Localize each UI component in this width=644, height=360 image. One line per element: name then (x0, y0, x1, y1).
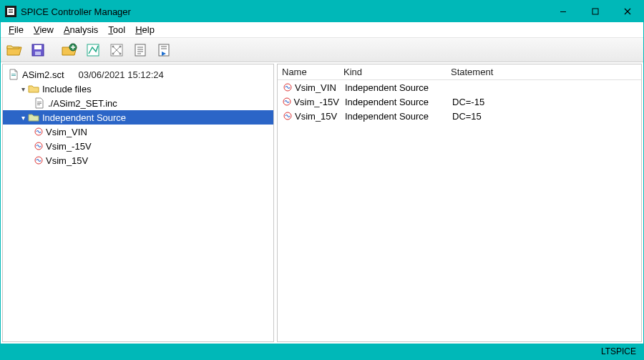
tree-root-label: ASim2.sct (22, 69, 64, 80)
tree-root-timestamp: 03/06/2021 15:12:24 (79, 69, 164, 80)
list-row[interactable]: Vsim_15V Independent Source DC=15 (278, 109, 641, 123)
minimize-button[interactable] (547, 1, 579, 22)
tree-item-label: Vsim_15V (46, 155, 88, 166)
tree-include-label: Include files (42, 84, 92, 94)
cell-statement: DC=15 (449, 111, 641, 122)
tree-source-item[interactable]: Vsim_VIN (3, 125, 273, 139)
cell-name: Vsim_VIN (295, 82, 336, 93)
svg-rect-4 (560, 11, 566, 12)
svg-rect-5 (592, 9, 598, 14)
menu-file[interactable]: File (4, 23, 29, 37)
svg-rect-10 (35, 52, 41, 55)
svg-rect-9 (34, 45, 42, 49)
menu-tool[interactable]: Tool (103, 23, 130, 37)
tree-include-item[interactable]: ./ASim2_SET.inc (3, 96, 273, 110)
tree-source-item[interactable]: Vsim_15V (3, 153, 273, 167)
tree-root[interactable]: ASim2.sct 03/06/2021 15:12:24 (3, 67, 273, 82)
menubar: File View Analysis Tool Help (1, 22, 643, 38)
tree-independent-source[interactable]: ▾ Independent Source (3, 110, 273, 125)
svg-rect-1 (9, 9, 13, 10)
svg-rect-29 (11, 75, 16, 76)
import-button[interactable] (59, 40, 80, 60)
svg-rect-30 (37, 102, 42, 102)
close-button[interactable] (611, 1, 643, 22)
cell-kind: Independent Source (342, 82, 449, 93)
netlist-button[interactable] (106, 40, 127, 60)
tree-item-label: Vsim_VIN (46, 127, 87, 137)
source-icon (282, 110, 293, 122)
list-pane[interactable]: Name Kind Statement Vsim_VIN Independent… (277, 64, 642, 342)
tree-indep-label: Independent Source (42, 112, 126, 123)
report-button[interactable] (130, 40, 151, 60)
svg-rect-32 (37, 104, 40, 105)
menu-analysis[interactable]: Analysis (59, 23, 103, 37)
svg-rect-20 (135, 44, 145, 56)
svg-point-18 (112, 52, 114, 54)
cell-kind: Independent Source (342, 111, 449, 122)
statusbar: LTSPICE (1, 344, 643, 359)
svg-point-19 (119, 52, 122, 54)
col-statement[interactable]: Statement (447, 67, 641, 77)
status-right: LTSPICE (601, 346, 636, 356)
cell-name: Vsim_-15V (293, 97, 339, 107)
titlebar: SPICE Controller Manager (1, 1, 643, 22)
tree-pane[interactable]: ASim2.sct 03/06/2021 15:12:24 ▾ Include … (2, 64, 274, 342)
run-button[interactable] (153, 40, 175, 60)
inc-file-icon (33, 97, 46, 109)
source-icon (33, 155, 44, 166)
svg-rect-31 (37, 103, 42, 104)
col-kind[interactable]: Kind (339, 67, 447, 77)
chevron-down-icon[interactable]: ▾ (19, 114, 27, 122)
open-button[interactable] (4, 40, 25, 60)
maximize-button[interactable] (579, 1, 611, 22)
tree-item-label: Vsim_-15V (46, 141, 92, 152)
cell-statement: DC=-15 (449, 97, 641, 107)
menu-view[interactable]: View (29, 23, 59, 37)
tree-include-group[interactable]: ▾ Include files (3, 82, 273, 96)
svg-point-16 (112, 45, 114, 47)
source-icon (33, 126, 44, 137)
source-icon (282, 82, 293, 93)
svg-point-17 (119, 45, 122, 47)
folder-open-icon (27, 112, 40, 123)
menu-help[interactable]: Help (130, 23, 160, 37)
folder-icon (27, 83, 40, 94)
svg-rect-2 (9, 11, 13, 11)
list-row[interactable]: Vsim_-15V Independent Source DC=-15 (278, 94, 641, 109)
source-icon (33, 140, 44, 152)
cell-kind: Independent Source (342, 97, 449, 107)
file-icon (7, 69, 20, 80)
chevron-down-icon[interactable]: ▾ (19, 85, 27, 93)
tree-item-label: ./ASim2_SET.inc (48, 98, 117, 109)
svg-rect-28 (11, 74, 16, 74)
list-header: Name Kind Statement (278, 64, 641, 80)
toolbar (1, 38, 643, 62)
source-icon (282, 96, 292, 107)
svg-rect-12 (87, 44, 99, 56)
svg-rect-3 (9, 12, 13, 13)
col-name[interactable]: Name (278, 67, 339, 77)
app-icon (5, 6, 16, 17)
tree-source-item[interactable]: Vsim_-15V (3, 139, 273, 153)
content-area: ASim2.sct 03/06/2021 15:12:24 ▾ Include … (1, 62, 643, 344)
save-button[interactable] (27, 40, 49, 60)
cell-name: Vsim_15V (295, 111, 337, 122)
schematic-button[interactable] (82, 40, 104, 60)
window-title: SPICE Controller Manager (21, 6, 131, 17)
list-row[interactable]: Vsim_VIN Independent Source (278, 80, 641, 94)
